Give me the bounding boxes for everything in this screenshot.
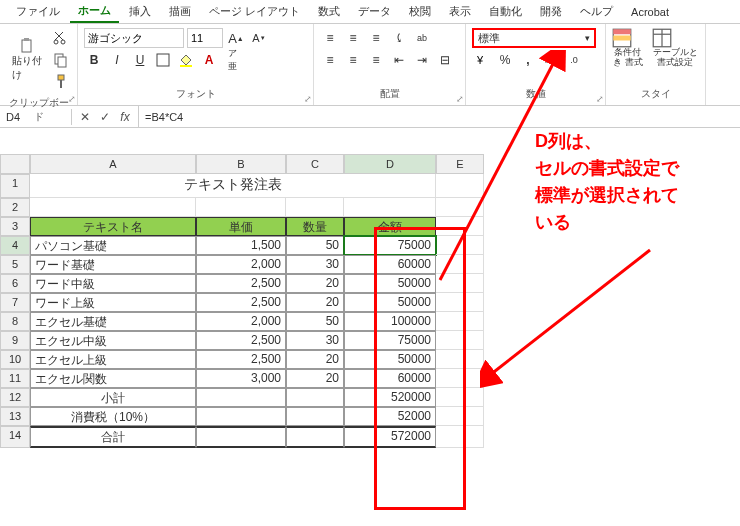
row-header-9[interactable]: 9: [0, 331, 30, 350]
cell-A4[interactable]: パソコン基礎: [30, 236, 196, 255]
align-middle-button[interactable]: ≡: [343, 28, 363, 48]
cell-C6[interactable]: 20: [286, 274, 344, 293]
increase-decimal-button[interactable]: .00: [541, 50, 561, 70]
cell-hdr-name[interactable]: テキスト名: [30, 217, 196, 236]
cancel-formula-button[interactable]: ✕: [76, 110, 94, 124]
cell-C7[interactable]: 20: [286, 293, 344, 312]
cell-A10[interactable]: エクセル上級: [30, 350, 196, 369]
cell-D9[interactable]: 75000: [344, 331, 436, 350]
cell-C2[interactable]: [286, 198, 344, 217]
menu-acrobat[interactable]: Acrobat: [623, 3, 677, 21]
fx-button[interactable]: fx: [116, 110, 134, 124]
cell-E2[interactable]: [436, 198, 484, 217]
cell-B13[interactable]: [196, 407, 286, 426]
cell-E7[interactable]: [436, 293, 484, 312]
orientation-button[interactable]: ⤹: [389, 28, 409, 48]
row-header-10[interactable]: 10: [0, 350, 30, 369]
cell-B8[interactable]: 2,000: [196, 312, 286, 331]
menu-file[interactable]: ファイル: [8, 1, 68, 22]
col-header-B[interactable]: B: [196, 154, 286, 174]
cell-D2[interactable]: [344, 198, 436, 217]
menu-developer[interactable]: 開発: [532, 1, 570, 22]
cell-E12[interactable]: [436, 388, 484, 407]
cell-hdr-price[interactable]: 単価: [196, 217, 286, 236]
align-right-button[interactable]: ≡: [366, 50, 386, 70]
cell-B7[interactable]: 2,500: [196, 293, 286, 312]
row-header-6[interactable]: 6: [0, 274, 30, 293]
cell-C13[interactable]: [286, 407, 344, 426]
select-all-corner[interactable]: [0, 154, 30, 174]
cell-A7[interactable]: ワード上級: [30, 293, 196, 312]
cell-B11[interactable]: 3,000: [196, 369, 286, 388]
col-header-A[interactable]: A: [30, 154, 196, 174]
fill-color-button[interactable]: [176, 50, 196, 70]
cell-D10[interactable]: 50000: [344, 350, 436, 369]
menu-view[interactable]: 表示: [441, 1, 479, 22]
menu-pagelayout[interactable]: ページ レイアウト: [201, 1, 308, 22]
table-format-button[interactable]: テーブルと 書式設定: [652, 28, 699, 68]
ruby-button[interactable]: ア亜: [222, 50, 242, 70]
conditional-format-button[interactable]: 条件付き 書式: [612, 28, 644, 68]
cell-C4[interactable]: 50: [286, 236, 344, 255]
cell-B4[interactable]: 1,500: [196, 236, 286, 255]
format-painter-button[interactable]: [51, 72, 71, 92]
cell-D11[interactable]: 60000: [344, 369, 436, 388]
cell-D6[interactable]: 50000: [344, 274, 436, 293]
cell-tax-amount[interactable]: 52000: [344, 407, 436, 426]
cell-B6[interactable]: 2,500: [196, 274, 286, 293]
accept-formula-button[interactable]: ✓: [96, 110, 114, 124]
cell-B2[interactable]: [196, 198, 286, 217]
italic-button[interactable]: I: [107, 50, 127, 70]
cell-B12[interactable]: [196, 388, 286, 407]
cell-E9[interactable]: [436, 331, 484, 350]
font-dialog-launcher[interactable]: ⤢: [304, 94, 312, 104]
cell-total-amount[interactable]: 572000: [344, 426, 436, 448]
align-top-button[interactable]: ≡: [320, 28, 340, 48]
menu-help[interactable]: ヘルプ: [572, 1, 621, 22]
font-name-select[interactable]: [84, 28, 184, 48]
menu-formulas[interactable]: 数式: [310, 1, 348, 22]
col-header-E[interactable]: E: [436, 154, 484, 174]
menu-draw[interactable]: 描画: [161, 1, 199, 22]
row-header-4[interactable]: 4: [0, 236, 30, 255]
cell-E5[interactable]: [436, 255, 484, 274]
font-color-button[interactable]: A: [199, 50, 219, 70]
cell-E10[interactable]: [436, 350, 484, 369]
cell-E14[interactable]: [436, 426, 484, 448]
cell-B9[interactable]: 2,500: [196, 331, 286, 350]
row-header-7[interactable]: 7: [0, 293, 30, 312]
cell-C8[interactable]: 50: [286, 312, 344, 331]
cell-E1[interactable]: [436, 174, 484, 198]
row-header-5[interactable]: 5: [0, 255, 30, 274]
cell-total-label[interactable]: 合計: [30, 426, 196, 448]
cell-E4[interactable]: [436, 236, 484, 255]
cell-A5[interactable]: ワード基礎: [30, 255, 196, 274]
cell-D4[interactable]: 75000: [344, 236, 436, 255]
increase-font-button[interactable]: A▲: [226, 28, 246, 48]
paste-button[interactable]: 貼り付け: [6, 36, 48, 84]
cell-subtotal-label[interactable]: 小計: [30, 388, 196, 407]
bold-button[interactable]: B: [84, 50, 104, 70]
menu-automate[interactable]: 自動化: [481, 1, 530, 22]
col-header-C[interactable]: C: [286, 154, 344, 174]
cell-E8[interactable]: [436, 312, 484, 331]
wrap-text-button[interactable]: ab: [412, 28, 432, 48]
border-button[interactable]: [153, 50, 173, 70]
decrease-font-button[interactable]: A▼: [249, 28, 269, 48]
menu-review[interactable]: 校閲: [401, 1, 439, 22]
row-header-3[interactable]: 3: [0, 217, 30, 236]
cell-A11[interactable]: エクセル関数: [30, 369, 196, 388]
align-center-button[interactable]: ≡: [343, 50, 363, 70]
cell-hdr-amount[interactable]: 金額: [344, 217, 436, 236]
cell-A9[interactable]: エクセル中級: [30, 331, 196, 350]
copy-button[interactable]: [51, 50, 71, 70]
cell-C12[interactable]: [286, 388, 344, 407]
col-header-D[interactable]: D: [344, 154, 436, 174]
cut-button[interactable]: [51, 28, 71, 48]
cell-C9[interactable]: 30: [286, 331, 344, 350]
row-header-1[interactable]: 1: [0, 174, 30, 198]
cell-C11[interactable]: 20: [286, 369, 344, 388]
align-left-button[interactable]: ≡: [320, 50, 340, 70]
cell-E11[interactable]: [436, 369, 484, 388]
cell-C5[interactable]: 30: [286, 255, 344, 274]
